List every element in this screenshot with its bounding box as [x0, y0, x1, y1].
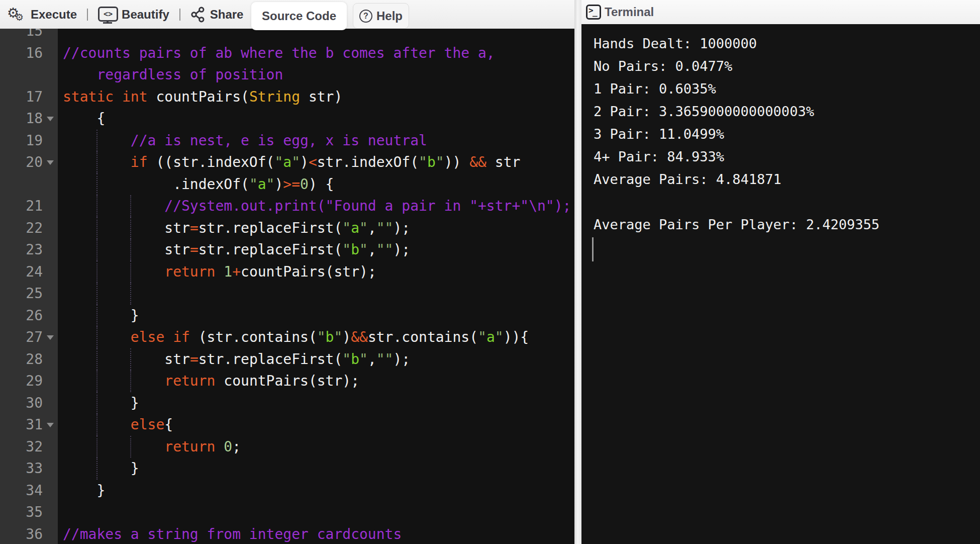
code-rows: 1516//counts pairs of ab where the b com… — [0, 20, 574, 544]
tab-help-label: Help — [376, 9, 403, 23]
code-line[interactable]: 36//makes a string from integer cardcoun… — [0, 523, 574, 544]
terminal-line: Average Pairs: 4.841871 — [594, 168, 980, 191]
code-text: str=str.replaceFirst("b",""); — [58, 239, 410, 261]
line-number: 32 — [0, 436, 58, 458]
code-line[interactable]: regardless of position — [0, 64, 574, 86]
terminal-header: >_ Terminal — [581, 0, 980, 24]
terminal-line: 1 Pair: 0.6035% — [594, 77, 980, 100]
indent-guide — [96, 283, 97, 305]
code-text: return 0; — [58, 436, 241, 458]
terminal-cursor — [592, 237, 594, 261]
code-line[interactable]: 27 else if (str.contains("b")&&str.conta… — [0, 326, 574, 348]
code-text: //makes a string from integer cardcounts — [58, 523, 402, 544]
terminal-title: Terminal — [605, 5, 654, 19]
code-text: if ((str.indexOf("a")<str.indexOf("b")) … — [58, 151, 520, 173]
terminal-line: No Pairs: 0.0477% — [594, 55, 980, 77]
code-line[interactable]: 17static int countPairs(String str) — [0, 86, 574, 108]
beautify-monitor-icon: <> — [98, 6, 117, 23]
beautify-label: Beautify — [122, 8, 169, 22]
code-text: } — [58, 305, 139, 327]
share-nodes-icon — [190, 7, 206, 23]
tab-help[interactable]: ? Help — [353, 3, 409, 29]
code-line[interactable]: 25 — [0, 283, 574, 305]
gears-icon: ⚙ ⚙ — [7, 6, 26, 23]
code-text: str=str.replaceFirst("b",""); — [58, 348, 410, 371]
toolbar-buttons: ⚙ ⚙ Execute <> Beautify — [0, 0, 243, 29]
code-line[interactable]: 35 — [0, 501, 574, 523]
code-line[interactable]: 16//counts pairs of ab where the b comes… — [0, 42, 574, 64]
line-number: 19 — [0, 130, 58, 152]
indent-guide — [96, 458, 97, 480]
terminal-line: Average Pairs Per Player: 2.4209355 — [594, 213, 980, 236]
line-number: 21 — [0, 195, 58, 217]
fold-arrow-icon[interactable] — [47, 117, 54, 121]
fold-arrow-icon[interactable] — [47, 423, 54, 427]
code-line[interactable]: 22 str=str.replaceFirst("a",""); — [0, 217, 574, 239]
line-number: 30 — [0, 392, 58, 414]
code-line[interactable]: 20 if ((str.indexOf("a")<str.indexOf("b"… — [0, 151, 574, 173]
panel-splitter[interactable] — [574, 0, 581, 544]
terminal-output[interactable]: Hands Dealt: 1000000No Pairs: 0.0477%1 P… — [581, 24, 980, 544]
toolbar-divider — [87, 9, 88, 21]
code-line[interactable]: 21 //System.out.print("Found a pair in "… — [0, 195, 574, 217]
code-line[interactable]: 18 { — [0, 108, 574, 130]
code-line[interactable]: 24 return 1+countPairs(str); — [0, 261, 574, 283]
indent-guide — [130, 370, 131, 392]
code-line[interactable]: 30 } — [0, 392, 574, 414]
code-text: regardless of position — [58, 64, 283, 86]
terminal-prompt-icon: >_ — [586, 5, 601, 20]
code-text: .indexOf("a")>=0) { — [58, 173, 334, 196]
code-editor-panel[interactable]: 1516//counts pairs of ab where the b com… — [0, 0, 574, 544]
indent-guide — [96, 436, 97, 458]
code-line[interactable]: 26 } — [0, 305, 574, 327]
line-number: 29 — [0, 370, 58, 392]
line-number: 33 — [0, 458, 58, 480]
code-line[interactable]: 32 return 0; — [0, 436, 574, 458]
terminal-line: Hands Dealt: 1000000 — [594, 32, 980, 55]
terminal-panel[interactable]: >_ Terminal Hands Dealt: 1000000No Pairs… — [581, 0, 980, 544]
code-text: //System.out.print("Found a pair in "+st… — [58, 195, 571, 217]
code-line[interactable]: 28 str=str.replaceFirst("b",""); — [0, 348, 574, 371]
indent-guide — [96, 305, 97, 327]
tab-source-code-label: Source Code — [262, 9, 336, 23]
indent-guide — [96, 195, 97, 217]
indent-guide — [96, 151, 97, 173]
indent-guide — [130, 195, 131, 217]
fold-arrow-icon[interactable] — [47, 160, 54, 165]
line-number: 36 — [0, 523, 58, 544]
indent-guide — [96, 370, 97, 392]
terminal-line: 4+ Pair: 84.933% — [594, 145, 980, 168]
code-line[interactable]: 19 //a is nest, e is egg, x is neutral — [0, 130, 574, 152]
tab-source-code[interactable]: Source Code — [251, 2, 347, 30]
line-number: 23 — [0, 239, 58, 261]
line-number — [0, 64, 58, 86]
terminal-line: 3 Pair: 11.0499% — [594, 123, 980, 145]
indent-guide — [96, 261, 97, 283]
share-button[interactable]: Share — [190, 7, 244, 23]
line-number: 25 — [0, 283, 58, 305]
code-line[interactable]: 29 return countPairs(str); — [0, 370, 574, 392]
code-line[interactable]: .indexOf("a")>=0) { — [0, 173, 574, 196]
indent-guide — [96, 173, 97, 196]
terminal-line — [594, 191, 980, 213]
execute-button[interactable]: ⚙ ⚙ Execute — [7, 6, 77, 23]
indent-guide — [96, 217, 97, 239]
code-line[interactable]: 31 else{ — [0, 414, 574, 436]
code-text: return 1+countPairs(str); — [58, 261, 376, 283]
code-line[interactable]: 33 } — [0, 458, 574, 480]
code-line[interactable]: 34 } — [0, 480, 574, 502]
line-number: 26 — [0, 305, 58, 327]
code-line[interactable]: 23 str=str.replaceFirst("b",""); — [0, 239, 574, 261]
indent-guide — [96, 239, 97, 261]
indent-guide — [130, 436, 131, 458]
indent-guide — [96, 130, 97, 152]
beautify-button[interactable]: <> Beautify — [98, 6, 169, 23]
indent-guide — [96, 414, 97, 436]
indent-guide — [130, 348, 131, 371]
line-number: 20 — [0, 151, 58, 173]
code-text: else if (str.contains("b")&&str.contains… — [58, 326, 529, 348]
line-number: 17 — [0, 86, 58, 108]
fold-arrow-icon[interactable] — [47, 335, 54, 340]
code-text: } — [58, 458, 139, 480]
indent-guide — [130, 283, 131, 305]
